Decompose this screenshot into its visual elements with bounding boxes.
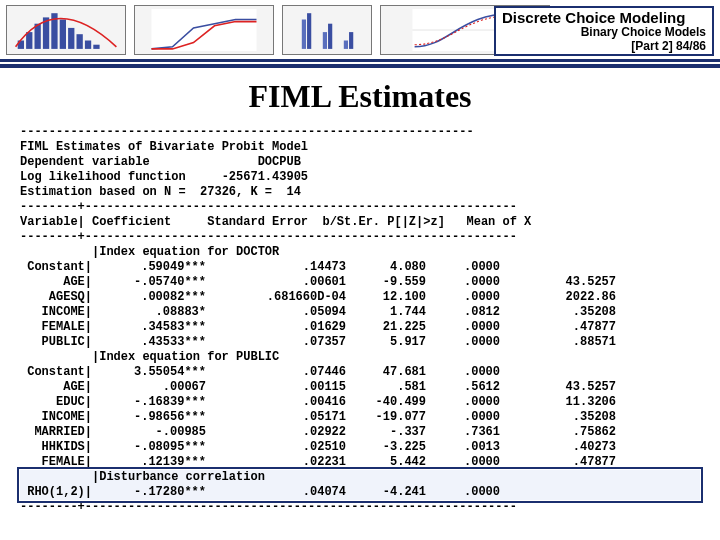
var-cell: RHO(1,2)| <box>20 485 92 500</box>
thumb-grouped-bar-chart <box>282 5 372 55</box>
svg-rect-9 <box>93 44 99 48</box>
svg-rect-15 <box>344 40 348 48</box>
line-chart-icon <box>138 9 270 51</box>
title-box: Discrete Choice Modeling Binary Choice M… <box>494 6 714 56</box>
svg-rect-6 <box>68 27 74 48</box>
svg-rect-5 <box>60 19 66 48</box>
table-row: AGE|.00067.00115.581.561243.5257 <box>20 380 700 395</box>
p-cell: .0000 <box>432 485 506 500</box>
coef-cell: -.17280*** <box>92 485 212 500</box>
course-subtitle: Binary Choice Models <box>502 25 706 39</box>
svg-rect-1 <box>26 32 32 49</box>
svg-rect-14 <box>328 23 332 48</box>
output-preamble: ----------------------------------------… <box>20 125 700 245</box>
course-title: Discrete Choice Modeling <box>502 10 706 25</box>
slide: Discrete Choice Modeling Binary Choice M… <box>0 0 720 540</box>
part-indicator: [Part 2] 84/86 <box>502 39 706 53</box>
table-row: AGE|-.05740***.00601-9.559.000043.5257 <box>20 275 700 290</box>
closing-separator: --------+-------------------------------… <box>20 500 700 515</box>
table-row: INCOME|-.98656***.05171-19.077.0000.3520… <box>20 410 700 425</box>
svg-rect-10 <box>152 9 257 51</box>
svg-rect-16 <box>349 32 353 49</box>
results-table: |Index equation for DOCTOR Constant|.590… <box>20 245 700 500</box>
section-public: |Index equation for PUBLIC <box>20 350 700 365</box>
mx-cell <box>506 485 616 500</box>
table-row-rho: RHO(1,2)| -.17280*** .04074 -4.241 .0000 <box>20 485 700 500</box>
table-row: INCOME|.08883*.050941.744.0812.35208 <box>20 305 700 320</box>
table-row: AGESQ|.00082***.681660D-0412.100.0000202… <box>20 290 700 305</box>
section-rho: |Disturbance correlation <box>20 470 700 485</box>
table-row: MARRIED|-.00985.02922-.337.7361.75862 <box>20 425 700 440</box>
svg-rect-7 <box>77 34 83 49</box>
se-cell: .04074 <box>212 485 352 500</box>
svg-rect-11 <box>302 19 306 48</box>
thumb-bar-chart <box>6 5 126 55</box>
grouped-bar-chart-icon <box>286 9 368 51</box>
table-row: Constant|3.55054***.0744647.681.0000 <box>20 365 700 380</box>
t-cell: -4.241 <box>352 485 432 500</box>
rho-highlight-box: |Disturbance correlation RHO(1,2)| -.172… <box>20 470 700 500</box>
table-row: FEMALE|.34583***.0162921.225.0000.47877 <box>20 320 700 335</box>
bar-chart-icon <box>10 9 122 51</box>
slide-title: FIML Estimates <box>20 78 700 115</box>
top-strip: Discrete Choice Modeling Binary Choice M… <box>0 0 720 62</box>
svg-rect-8 <box>85 40 91 48</box>
main-content: FIML Estimates -------------------------… <box>0 68 720 515</box>
svg-rect-13 <box>323 32 327 49</box>
svg-rect-12 <box>307 13 311 49</box>
svg-rect-2 <box>35 23 41 48</box>
table-row: Constant|.59049***.144734.080.0000 <box>20 260 700 275</box>
table-row: EDUC|-.16839***.00416-40.499.000011.3206 <box>20 395 700 410</box>
table-row: PUBLIC|.43533***.073575.917.0000.88571 <box>20 335 700 350</box>
table-row: FEMALE|.12139***.022315.442.0000.47877 <box>20 455 700 470</box>
section-doctor: |Index equation for DOCTOR <box>20 245 700 260</box>
table-row: HHKIDS|-.08095***.02510-3.225.0013.40273 <box>20 440 700 455</box>
thumb-line-chart <box>134 5 274 55</box>
